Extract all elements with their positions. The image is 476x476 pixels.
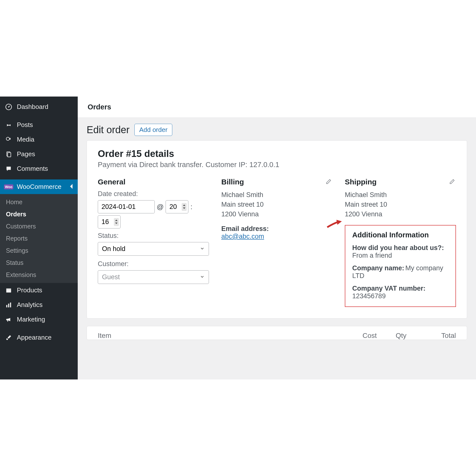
sidebar-item-label: Media [17,136,34,143]
col-cost: Cost [347,332,377,340]
page-heading: Edit order [87,124,129,135]
media-icon [5,136,12,143]
sidebar-item-label: Posts [17,121,33,129]
admin-sidebar: Dashboard Posts Media Pages Comments [0,97,78,379]
sidebar-item-label: Products [17,286,42,294]
sub-item-reports[interactable]: Reports [0,232,78,245]
products-icon [5,287,12,294]
sub-item-customers[interactable]: Customers [0,220,78,232]
pages-icon [5,150,12,158]
company-vat-value: 123456789 [352,292,449,300]
date-input[interactable]: 2024-01-01 [98,200,155,213]
sidebar-item-marketing[interactable]: Marketing [0,312,78,327]
topbar: Orders [78,97,476,118]
svg-rect-9 [10,302,11,307]
order-details-panel: Order #15 details Payment via Direct ban… [87,140,467,319]
chevron-down-icon [200,245,205,253]
svg-rect-6 [6,288,11,289]
brush-icon [5,334,12,341]
sidebar-item-media[interactable]: Media [0,132,78,147]
status-label: Status: [98,232,209,240]
sub-item-orders[interactable]: Orders [0,208,78,220]
svg-rect-8 [8,303,9,307]
how-hear-value: From a friend [352,252,449,259]
shipping-heading: Shipping [345,178,456,186]
how-hear-label: How did you hear about us?: [352,244,449,252]
sub-item-status[interactable]: Status [0,257,78,269]
additional-info-heading: Additional Information [352,231,449,239]
status-select[interactable]: On hold [98,242,209,256]
sidebar-item-label: Comments [17,165,48,173]
shipping-address: Michael Smith Main street 10 1200 Vienna [345,190,456,219]
sidebar-item-pages[interactable]: Pages [0,147,78,161]
svg-rect-7 [6,305,7,307]
order-title: Order #15 details [98,149,456,159]
items-table-header: Item Cost Qty Total [98,332,456,340]
sub-item-extensions[interactable]: Extensions [0,269,78,281]
sub-item-settings[interactable]: Settings [0,245,78,257]
woocommerce-submenu: Home Orders Customers Reports Settings S… [0,194,78,283]
hour-input[interactable]: 20 [166,200,188,213]
sidebar-item-appearance[interactable]: Appearance [0,330,78,345]
sidebar-item-products[interactable]: Products [0,283,78,298]
analytics-icon [5,301,12,309]
sidebar-item-woocommerce[interactable]: Woo WooCommerce [0,179,78,194]
minute-input[interactable]: 16 [98,215,121,228]
comment-icon [5,165,12,173]
sidebar-item-posts[interactable]: Posts [0,118,78,132]
svg-point-2 [6,137,9,140]
dashboard-icon [5,103,12,111]
company-name-label: Company name: [352,264,404,272]
customer-select[interactable]: Guest [98,270,209,284]
pin-icon [5,121,12,129]
add-order-button[interactable]: Add order [134,124,172,136]
customer-label: Customer: [98,260,209,268]
billing-column: Billing Michael Smith Main street 10 120… [221,178,332,307]
billing-heading: Billing [221,178,332,186]
company-vat-label: Company VAT number: [352,285,449,292]
sidebar-item-comments[interactable]: Comments [0,161,78,176]
general-heading: General [98,178,209,186]
date-created-label: Date created: [98,190,209,198]
megaphone-icon [5,316,12,323]
order-subtitle: Payment via Direct bank transfer. Custom… [98,161,456,169]
email-address-label: Email address: [221,225,332,233]
billing-email-link[interactable]: abc@abc.com [221,233,264,240]
at-symbol: @ [157,203,164,211]
number-spinner-icon[interactable] [182,203,187,211]
chevron-down-icon [200,273,205,281]
caret-left-icon [70,183,73,191]
colon-symbol: : [190,203,192,211]
edit-billing-icon[interactable] [326,179,331,186]
svg-rect-5 [6,289,11,292]
billing-address: Michael Smith Main street 10 1200 Vienna [221,190,332,219]
sidebar-item-label: Dashboard [17,103,48,111]
sidebar-item-label: Marketing [17,316,45,323]
edit-shipping-icon[interactable] [449,179,455,186]
sub-item-home[interactable]: Home [0,196,78,208]
svg-point-1 [8,106,9,107]
woo-icon: Woo [5,183,12,191]
col-item: Item [98,332,347,340]
annotation-arrow-icon [326,217,343,231]
sidebar-item-label: Analytics [17,301,43,309]
sidebar-item-analytics[interactable]: Analytics [0,298,78,312]
order-items-panel: Item Cost Qty Total [87,326,467,340]
number-spinner-icon[interactable] [114,218,119,226]
sidebar-item-label: Appearance [17,334,51,341]
sidebar-item-label: Pages [17,150,35,158]
sidebar-item-label: WooCommerce [17,183,61,191]
additional-information-box: Additional Information How did you hear … [345,225,456,307]
col-qty: Qty [377,332,406,340]
topbar-title: Orders [88,103,111,111]
general-column: General Date created: 2024-01-01 @ 20 [98,178,209,307]
svg-rect-4 [8,152,11,157]
sidebar-item-dashboard[interactable]: Dashboard [0,100,78,114]
col-total: Total [406,332,456,340]
shipping-column: Shipping Michael Smith Main street 10 12… [345,178,456,307]
